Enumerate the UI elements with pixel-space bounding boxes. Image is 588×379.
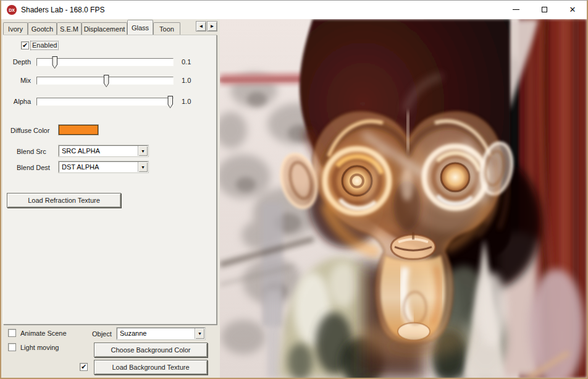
- tab-sem[interactable]: S.E.M: [57, 22, 82, 35]
- object-dropdown[interactable]: Suzanne ▼: [117, 328, 205, 339]
- minimize-button[interactable]: [502, 1, 530, 19]
- app-icon: DX: [7, 5, 17, 15]
- tab-gootch[interactable]: Gootch: [28, 22, 57, 35]
- chevron-down-icon: ▼: [141, 149, 145, 153]
- enabled-label[interactable]: Enabled: [31, 41, 58, 49]
- maximize-icon: [542, 7, 547, 12]
- load-background-texture-button[interactable]: Load Background Texture: [94, 360, 208, 375]
- blend-dest-dropdown[interactable]: DST ALPHA ▼: [59, 161, 148, 172]
- depth-slider[interactable]: [36, 58, 174, 66]
- blend-src-dropdown-button[interactable]: ▼: [138, 146, 148, 156]
- mix-slider[interactable]: [36, 77, 174, 85]
- blend-dest-value: DST ALPHA: [62, 163, 99, 171]
- glass-tab-page: ✔ Enabled Depth 0.1 Mix 1.0 Alpha 1.0 Di…: [3, 35, 217, 325]
- choose-background-color-button[interactable]: Choose Background Color: [94, 343, 208, 357]
- arrow-right-icon: ►: [210, 23, 215, 29]
- depth-value: 0.1: [182, 58, 191, 66]
- alpha-slider-thumb[interactable]: [167, 96, 173, 108]
- window-title: Shaders Lab - 168.0 FPS: [21, 6, 104, 14]
- animate-scene-checkbox[interactable]: [8, 329, 16, 337]
- blend-dest-dropdown-button[interactable]: ▼: [138, 162, 148, 172]
- control-panel: Ivory Gootch S.E.M Displacement Glass To…: [1, 19, 220, 378]
- tab-ivory[interactable]: Ivory: [3, 22, 28, 35]
- object-dropdown-button[interactable]: ▼: [195, 328, 204, 339]
- mix-label: Mix: [5, 77, 31, 84]
- load-bg-texture-checkbox[interactable]: ✔: [80, 363, 88, 371]
- tab-glass[interactable]: Glass: [127, 20, 153, 35]
- tab-toon[interactable]: Toon: [153, 22, 180, 35]
- tab-displacement[interactable]: Displacement: [82, 22, 127, 35]
- tab-scroll-right-button[interactable]: ►: [207, 21, 217, 32]
- close-button[interactable]: ✕: [558, 1, 587, 19]
- arrow-left-icon: ◄: [199, 23, 204, 29]
- object-value: Suzanne: [120, 330, 146, 337]
- alpha-value: 1.0: [182, 98, 191, 105]
- depth-label: Depth: [5, 58, 31, 66]
- blend-src-dropdown[interactable]: SRC ALPHA ▼: [59, 145, 148, 156]
- depth-slider-thumb[interactable]: [52, 56, 57, 69]
- mix-value: 1.0: [182, 77, 191, 84]
- app-window: DX Shaders Lab - 168.0 FPS ✕ Ivory Gootc…: [0, 0, 588, 379]
- object-label: Object: [92, 330, 112, 338]
- blend-dest-label: Blend Dest: [17, 164, 50, 171]
- diffuse-color-label: Diffuse Color: [10, 127, 49, 134]
- alpha-slider[interactable]: [36, 98, 174, 106]
- alpha-label: Alpha: [5, 98, 31, 105]
- light-moving-label[interactable]: Light moving: [20, 344, 59, 351]
- enabled-checkbox[interactable]: ✔: [21, 41, 29, 49]
- load-refraction-texture-button[interactable]: Load Refraction Texture: [7, 193, 121, 208]
- diffuse-color-swatch[interactable]: [59, 125, 98, 135]
- light-moving-checkbox[interactable]: [8, 343, 16, 351]
- render-viewport[interactable]: [220, 19, 587, 378]
- blend-src-label: Blend Src: [17, 148, 46, 155]
- titlebar[interactable]: DX Shaders Lab - 168.0 FPS ✕: [1, 1, 587, 19]
- animate-scene-label[interactable]: Animate Scene: [20, 330, 67, 337]
- glass-suzanne-render: [220, 19, 587, 378]
- mix-slider-thumb[interactable]: [104, 75, 109, 87]
- maximize-button[interactable]: [530, 1, 558, 19]
- blend-src-value: SRC ALPHA: [62, 147, 100, 155]
- tab-scroll-left-button[interactable]: ◄: [196, 21, 206, 32]
- minimize-icon: [513, 9, 519, 10]
- chevron-down-icon: ▼: [198, 331, 202, 336]
- chevron-down-icon: ▼: [141, 165, 145, 169]
